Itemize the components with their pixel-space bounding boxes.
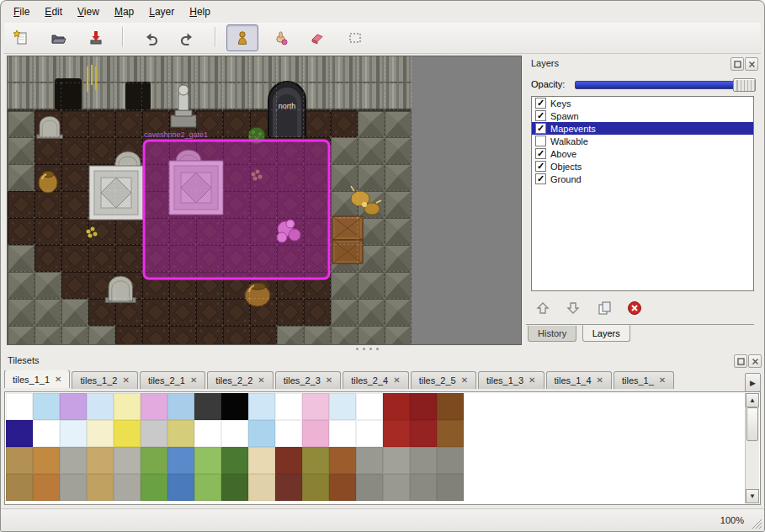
tileset-tile[interactable] xyxy=(194,420,221,447)
tileset-tile[interactable] xyxy=(167,447,194,474)
tileset-tile[interactable] xyxy=(141,447,167,474)
layer-visibility-checkbox[interactable] xyxy=(535,136,546,146)
layer-row-above[interactable]: ✓Above xyxy=(532,147,753,160)
tileset-tab-tiles_1_1[interactable]: tiles_1_1✕ xyxy=(4,370,70,388)
tileset-tile[interactable] xyxy=(437,474,464,501)
tileset-tile[interactable] xyxy=(275,420,302,447)
tileset-tile[interactable] xyxy=(194,447,221,474)
scroll-down-button[interactable]: ▼ xyxy=(746,489,759,503)
tileset-tile[interactable] xyxy=(114,447,141,474)
layer-row-objects[interactable]: ✓Objects xyxy=(532,160,753,173)
tab-close-icon[interactable]: ✕ xyxy=(529,376,535,385)
tileset-tile[interactable] xyxy=(87,420,114,447)
selection-rectangle[interactable] xyxy=(144,141,329,279)
tileset-tile[interactable] xyxy=(248,447,275,474)
save-button[interactable] xyxy=(80,24,112,51)
menu-item-map[interactable]: Map xyxy=(107,3,141,20)
tileset-tile[interactable] xyxy=(410,447,437,474)
tileset-tile[interactable] xyxy=(221,447,248,474)
tileset-tile[interactable] xyxy=(410,474,437,501)
layer-list[interactable]: ✓Keys✓Spawn✓MapeventsWalkable✓Above✓Obje… xyxy=(531,96,754,291)
tileset-tile[interactable] xyxy=(383,474,410,501)
tileset-tile[interactable] xyxy=(33,447,60,474)
tileset-tab-tiles_2_3[interactable]: tiles_2_3✕ xyxy=(275,371,341,389)
map-canvas[interactable]: caveshrine2_gate1 north xyxy=(8,56,412,344)
tileset-tile[interactable] xyxy=(410,393,437,420)
layer-visibility-checkbox[interactable]: ✓ xyxy=(535,98,546,109)
tileset-tile[interactable] xyxy=(33,474,60,501)
event-stamp-tool-button[interactable] xyxy=(226,24,258,51)
tileset-grid[interactable] xyxy=(6,393,464,501)
tileset-tile[interactable] xyxy=(87,447,114,474)
layer-row-ground[interactable]: ✓Ground xyxy=(532,173,753,185)
tileset-tile[interactable] xyxy=(275,393,302,420)
redo-button[interactable] xyxy=(172,24,204,51)
menu-item-layer[interactable]: Layer xyxy=(141,3,182,20)
float-panel-button[interactable] xyxy=(734,354,747,368)
tab-history[interactable]: History xyxy=(528,326,576,342)
tileset-tile[interactable] xyxy=(6,474,33,501)
tab-layers[interactable]: Layers xyxy=(582,325,630,342)
tileset-tile[interactable] xyxy=(437,447,464,474)
tileset-tile[interactable] xyxy=(167,393,194,420)
menu-item-help[interactable]: Help xyxy=(182,3,218,20)
splitter-handle[interactable] xyxy=(353,346,381,351)
tileset-tile[interactable] xyxy=(60,474,87,501)
tileset-tile[interactable] xyxy=(141,474,167,501)
tileset-tile[interactable] xyxy=(87,393,114,420)
tileset-view[interactable]: ▲ ▼ xyxy=(4,391,761,505)
tileset-tab-tiles_2_5[interactable]: tiles_2_5✕ xyxy=(411,371,476,389)
float-panel-button[interactable] xyxy=(730,57,744,71)
tileset-tile[interactable] xyxy=(383,420,410,447)
tab-close-icon[interactable]: ✕ xyxy=(597,376,603,385)
tileset-tile[interactable] xyxy=(302,393,329,420)
tileset-tile[interactable] xyxy=(356,474,383,501)
resize-grip[interactable] xyxy=(752,519,762,529)
tileset-tile[interactable] xyxy=(329,447,356,474)
tileset-tile[interactable] xyxy=(60,393,87,420)
tileset-tile[interactable] xyxy=(275,474,302,501)
tab-close-icon[interactable]: ✕ xyxy=(55,375,61,384)
tileset-tile[interactable] xyxy=(356,420,383,447)
tileset-tile[interactable] xyxy=(114,420,141,447)
layer-visibility-checkbox[interactable]: ✓ xyxy=(535,123,546,134)
layer-row-keys[interactable]: ✓Keys xyxy=(532,97,753,109)
tab-scroll-right-button[interactable]: ▶ xyxy=(745,373,761,392)
tileset-tile[interactable] xyxy=(410,420,437,447)
tileset-tile[interactable] xyxy=(383,393,410,420)
tileset-tile[interactable] xyxy=(329,420,356,447)
tileset-tile[interactable] xyxy=(60,447,87,474)
scroll-up-button[interactable]: ▲ xyxy=(746,393,759,407)
tileset-tile[interactable] xyxy=(437,393,464,420)
tileset-tab-tiles_1_3[interactable]: tiles_1_3✕ xyxy=(478,371,544,389)
opacity-slider-track[interactable] xyxy=(575,81,754,89)
tab-close-icon[interactable]: ✕ xyxy=(393,376,400,385)
tileset-tile[interactable] xyxy=(302,420,329,447)
tileset-tile[interactable] xyxy=(437,420,464,447)
tileset-tile[interactable] xyxy=(248,474,275,501)
tileset-tile[interactable] xyxy=(194,393,221,420)
tileset-tile[interactable] xyxy=(6,447,33,474)
layer-row-walkable[interactable]: Walkable xyxy=(532,135,753,147)
tileset-tile[interactable] xyxy=(329,393,356,420)
map-viewport[interactable]: caveshrine2_gate1 north xyxy=(7,56,522,345)
tileset-tile[interactable] xyxy=(167,420,194,447)
delete-layer-button[interactable] xyxy=(623,297,646,319)
duplicate-layer-button[interactable] xyxy=(592,297,616,319)
open-button[interactable] xyxy=(42,24,74,51)
tileset-tile[interactable] xyxy=(60,420,87,447)
tileset-tile[interactable] xyxy=(221,420,248,447)
menu-item-file[interactable]: File xyxy=(6,3,37,20)
brush-tool-button[interactable] xyxy=(264,24,296,51)
tileset-tile[interactable] xyxy=(383,447,410,474)
eraser-tool-button[interactable] xyxy=(301,24,333,51)
tab-close-icon[interactable]: ✕ xyxy=(461,376,468,385)
tileset-tab-tiles_1_[interactable]: tiles_1_✕ xyxy=(614,371,674,389)
tileset-tile[interactable] xyxy=(87,474,114,501)
tileset-tile[interactable] xyxy=(356,447,383,474)
tab-close-icon[interactable]: ✕ xyxy=(326,376,332,385)
select-tool-button[interactable] xyxy=(339,24,371,51)
scrollbar-thumb[interactable] xyxy=(746,407,758,441)
tab-close-icon[interactable]: ✕ xyxy=(258,376,264,385)
tileset-tab-tiles_1_4[interactable]: tiles_1_4✕ xyxy=(546,371,612,389)
